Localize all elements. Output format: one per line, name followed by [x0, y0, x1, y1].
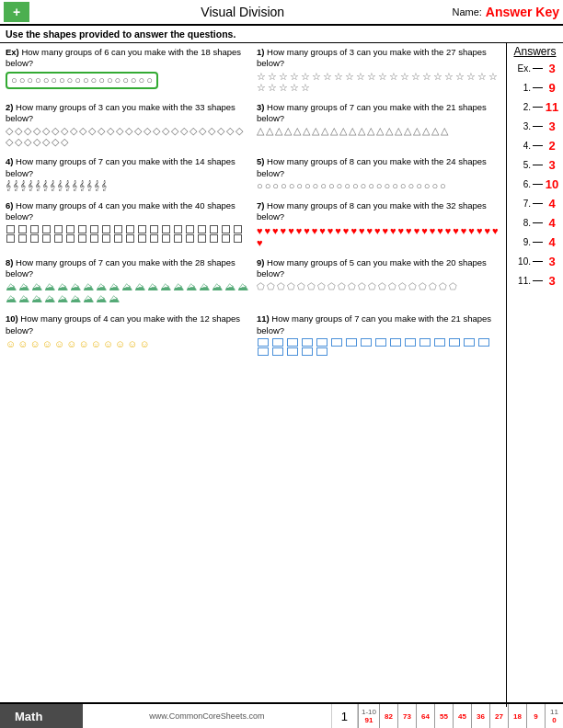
shape: [150, 234, 158, 243]
shape: ♥: [359, 225, 365, 236]
shape: ♥: [343, 225, 350, 236]
problem-2-shapes: ◇◇◇◇◇◇◇◇◇◇◇◇◇◇◇◇◇◇◇◇◇◇◇◇◇◇◇◇◇◇◇◇◇: [6, 126, 249, 147]
problem-1-shapes: ☆☆☆☆☆☆☆☆☆☆☆☆☆☆☆☆☆☆☆☆☆☆☆☆☆☆☆: [257, 72, 500, 93]
shape: ♥: [288, 225, 294, 236]
problem-3-question: 3) How many groups of 7 can you make wit…: [257, 102, 500, 125]
problem-8-shapes: ⛰⛰⛰⛰⛰⛰⛰⛰⛰⛰⛰⛰⛰⛰⛰⛰⛰⛰⛰⛰⛰⛰⛰⛰⛰⛰⛰⛰: [6, 281, 249, 304]
footer-subject: Math: [0, 704, 83, 728]
answer-row-6: 6. 10: [511, 177, 559, 191]
answer-row-3: 3. 3: [511, 119, 559, 133]
shape: ♥: [468, 225, 475, 236]
shape: [258, 338, 269, 347]
shape: [302, 338, 313, 347]
shape: [419, 338, 431, 347]
problem-9-shapes: ⬠⬠⬠⬠⬠⬠⬠⬠⬠⬠⬠⬠⬠⬠⬠⬠⬠⬠⬠⬠: [257, 281, 500, 291]
shape: ○: [35, 75, 41, 85]
shape: [102, 234, 110, 243]
footer-scores: 1-10 91 82 73 64 55 45 36 27: [358, 704, 563, 728]
shape: [222, 225, 230, 233]
score-64: 64: [416, 704, 434, 728]
shape: [126, 225, 134, 233]
example-shapes: ○ ○ ○ ○ ○ ○ ○ ○ ○ ○ ○ ○ ○ ○ ○ ○ ○: [6, 72, 158, 89]
shape: [346, 338, 357, 347]
shape: [258, 347, 269, 356]
shape: [162, 225, 170, 233]
shape: [78, 234, 86, 243]
shape: ♥: [312, 225, 318, 236]
shape: ○: [122, 75, 129, 85]
shape: [234, 234, 242, 243]
name-label: Name:: [452, 6, 481, 17]
shape: ○: [91, 75, 98, 85]
shape: ♥: [445, 225, 452, 236]
shape: [114, 234, 122, 243]
shape: ○: [51, 75, 57, 85]
score-11-0: 11 0: [545, 704, 563, 728]
problems-area: Ex) How many groups of 6 can you make wi…: [0, 43, 506, 707]
example-question: Ex) How many groups of 6 can you make wi…: [6, 47, 249, 70]
shape: ♥: [430, 225, 436, 236]
shape: ♥: [484, 225, 490, 236]
problem-9: 9) How many groups of 5 can you make wit…: [257, 257, 500, 305]
answer-row-8: 8. 4: [511, 216, 559, 230]
answer-row-10: 10. 3: [511, 255, 559, 268]
score-27: 27: [489, 704, 508, 728]
answer-row-5: 5. 3: [511, 158, 559, 172]
shape: [66, 225, 75, 233]
problem-3-shapes: △△△△△△△△△△△△△△△△△△△△△: [257, 126, 500, 136]
problem-10-question: 10) How many groups of 4 can you make wi…: [6, 313, 249, 336]
problem-11: 11) How many groups of 7 can you make wi…: [257, 313, 500, 356]
problem-8-question: 8) How many groups of 7 can you make wit…: [6, 257, 249, 280]
shape: [222, 234, 230, 243]
shape: [287, 347, 298, 356]
shape: [54, 225, 63, 233]
shape: ♥: [477, 225, 483, 236]
shape: ♥: [374, 225, 381, 236]
shape: ○: [107, 75, 113, 85]
shape: [102, 225, 110, 233]
shape: ♥: [421, 225, 428, 236]
answer-row-11: 11. 3: [511, 274, 559, 288]
score-55: 55: [434, 704, 453, 728]
shape: [316, 347, 327, 356]
instructions: Use the shapes provided to answer the qu…: [0, 26, 563, 43]
shape: [272, 347, 283, 356]
shape: ♥: [319, 225, 326, 236]
score-9: 9: [526, 704, 545, 728]
answer-row-7: 7. 4: [511, 197, 559, 210]
shape: ♥: [492, 225, 499, 236]
shape: ♥: [453, 225, 459, 236]
shape: ♥: [281, 225, 287, 236]
shape: [390, 338, 401, 347]
shape: ○: [115, 75, 121, 85]
problem-6-shapes: [6, 225, 249, 243]
shape: [42, 234, 51, 243]
problem-1-question: 1) How many groups of 3 can you make wit…: [257, 47, 500, 70]
answer-row-ex: Ex. 3: [511, 62, 559, 75]
score-1-10: 1-10 91: [358, 704, 379, 728]
problem-4-question: 4) How many groups of 7 can you make wit…: [6, 156, 249, 179]
shape: [464, 338, 475, 347]
problem-2: 2) How many groups of 3 can you make wit…: [6, 102, 249, 148]
answers-title: Answers: [511, 45, 559, 58]
shape: [18, 225, 27, 233]
shape: [30, 225, 39, 233]
shape: ○: [75, 75, 81, 85]
shape: [302, 347, 313, 356]
shape: [210, 234, 218, 243]
footer-page: 1: [331, 704, 358, 728]
shape: [361, 338, 372, 347]
shape: ♥: [390, 225, 396, 236]
shape: [272, 338, 283, 347]
shape: [186, 234, 194, 243]
main-content: Ex) How many groups of 6 can you make wi…: [0, 43, 563, 707]
shape: [54, 234, 63, 243]
problem-11-shapes: [257, 338, 500, 356]
shape: ♥: [350, 225, 357, 236]
problem-10: 10) How many groups of 4 can you make wi…: [6, 313, 249, 356]
shape: ○: [19, 75, 26, 85]
problem-4: 4) How many groups of 7 can you make wit…: [6, 156, 249, 191]
shape: [478, 338, 489, 347]
shape: ♥: [437, 225, 443, 236]
problem-7-question: 7) How many groups of 8 can you make wit…: [257, 200, 500, 223]
